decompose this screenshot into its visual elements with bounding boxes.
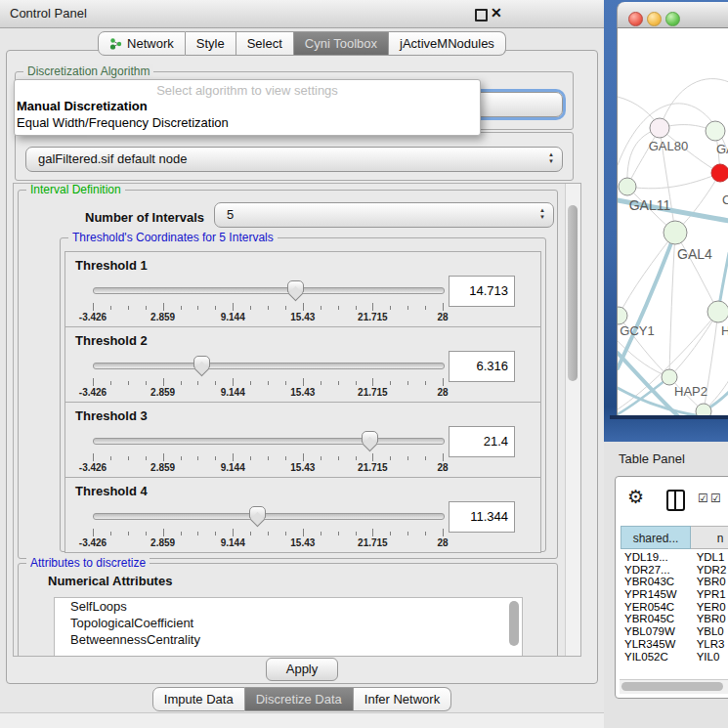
table-row[interactable]: YBR045CYBR0 <box>621 613 728 625</box>
control-panel-tab-bar: NetworkStyleSelectCyni ToolboxjActiveMNo… <box>0 31 604 56</box>
table-row[interactable]: YBL079WYBL0 <box>621 625 728 638</box>
tick-label: 21.715 <box>358 537 388 548</box>
column-header-shared[interactable]: shared... <box>621 526 691 549</box>
settings-vertical-scrollbar[interactable] <box>565 184 580 656</box>
network-node-c[interactable] <box>711 164 728 182</box>
threshold-label: Threshold 4 <box>75 484 148 498</box>
threshold-row-threshold-2: Threshold 2-3.4262.8599.14415.4321.71528… <box>64 326 541 403</box>
checkbox-icon[interactable]: ☑ <box>710 492 721 505</box>
threshold-slider[interactable]: -3.4262.8599.14415.4321.71528 <box>93 505 443 550</box>
close-icon[interactable]: ✕ <box>491 5 502 21</box>
threshold-value-field[interactable]: 21.4 <box>449 426 515 457</box>
network-window-titlebar[interactable] <box>617 2 728 28</box>
tab-network[interactable]: Network <box>98 31 186 56</box>
threshold-slider[interactable]: -3.4262.8599.14415.4321.71528 <box>93 279 443 324</box>
tick-label: 28 <box>437 462 448 473</box>
tab-cyni-toolbox[interactable]: Cyni Toolbox <box>294 31 389 56</box>
network-node-ga[interactable] <box>706 121 725 141</box>
gear-icon[interactable]: ⚙ <box>627 486 644 508</box>
tab-infer-network[interactable]: Infer Network <box>354 687 451 711</box>
tab-jactivemnodules[interactable]: jActiveMNodules <box>389 31 506 56</box>
network-node-label: GCY1 <box>620 323 654 338</box>
network-edge[interactable] <box>660 78 728 128</box>
network-node-h[interactable] <box>707 301 728 322</box>
network-edge[interactable] <box>675 233 718 312</box>
cell-shared-name: YBR045C <box>621 613 691 625</box>
network-edge-thick[interactable] <box>618 233 675 368</box>
network-node-gcy1[interactable] <box>618 307 627 324</box>
slider-handle-tip <box>250 512 266 528</box>
table-row[interactable]: YIL052CYIL0 <box>621 651 728 664</box>
threshold-value-field[interactable]: 11.344 <box>449 501 515 533</box>
algorithm-option-manual-discretization[interactable]: Manual Discretization <box>15 98 480 114</box>
slider-handle[interactable] <box>249 506 266 519</box>
tick-label: 9.144 <box>221 462 245 473</box>
attribute-item-betweennesscentrality[interactable]: BetweennessCentrality <box>55 631 522 648</box>
threshold-value-field[interactable]: 14.713 <box>449 276 515 307</box>
checkbox-icon[interactable]: ☑ <box>698 492 708 505</box>
tick-mark <box>110 532 111 535</box>
network-edge[interactable] <box>669 233 675 377</box>
close-traffic-light-icon[interactable] <box>628 12 643 26</box>
table-hscrollbar-thumb[interactable] <box>621 682 723 691</box>
network-node-gal4[interactable] <box>664 221 687 244</box>
tick-mark <box>197 306 198 310</box>
settings-scrollbar-thumb[interactable] <box>568 205 578 381</box>
tick-mark <box>356 306 357 310</box>
slider-handle[interactable] <box>287 280 304 293</box>
network-node-unnamed[interactable] <box>696 404 711 415</box>
tick-label: 9.144 <box>221 387 245 398</box>
tick-mark <box>356 381 357 385</box>
tab-style[interactable]: Style <box>186 31 236 56</box>
algorithm-option-equal-width-frequency-discretization[interactable]: Equal Width/Frequency Discretization <box>15 114 480 131</box>
cell-name: YBR0 <box>691 576 728 588</box>
table-row[interactable]: YDR27...YDR2 <box>621 564 728 577</box>
attribute-item-topologicalcoefficient[interactable]: TopologicalCoefficient <box>55 615 522 631</box>
threshold-value-field[interactable]: 6.316 <box>449 351 515 382</box>
slider-handle[interactable] <box>193 356 210 368</box>
apply-button[interactable]: Apply <box>266 658 338 681</box>
cell-shared-name: YDR27... <box>621 564 691 577</box>
slider-track[interactable] <box>93 287 445 294</box>
tab-discretize-data[interactable]: Discretize Data <box>245 687 354 711</box>
zoom-traffic-light-icon[interactable] <box>665 12 680 26</box>
network-node-label: GAL80 <box>649 139 688 153</box>
tick-mark <box>443 529 444 536</box>
slider-handle[interactable] <box>362 431 378 444</box>
attributes-scrollbar-thumb[interactable] <box>509 601 519 646</box>
tick-mark <box>215 306 216 310</box>
network-node-gal11[interactable] <box>619 178 636 195</box>
tab-select[interactable]: Select <box>236 31 294 56</box>
tick-mark <box>146 381 147 385</box>
column-header-n[interactable]: n <box>691 526 728 549</box>
attribute-item-selfloops[interactable]: SelfLoops <box>55 598 522 615</box>
tick-label: 21.715 <box>358 312 388 322</box>
table-data-combobox[interactable]: galFiltered.sif default node ▲▼ <box>25 147 563 172</box>
number-of-intervals-combobox[interactable]: 5 ▲▼ <box>214 202 554 228</box>
minimize-traffic-light-icon[interactable] <box>647 12 662 26</box>
table-header-row: shared...n <box>621 526 728 549</box>
table-row[interactable]: YBR043CYBR0 <box>621 576 728 588</box>
algorithm-popup-hint: Select algorithm to view settings <box>15 80 480 98</box>
tick-mark <box>303 303 304 311</box>
network-node-hap2[interactable] <box>662 369 677 385</box>
threshold-slider[interactable]: -3.4262.8599.14415.4321.71528 <box>93 355 443 400</box>
tab-impute-data[interactable]: Impute Data <box>152 687 245 711</box>
float-window-icon[interactable] <box>475 9 488 21</box>
column-layout-icon[interactable] <box>666 490 685 511</box>
tick-mark <box>390 381 391 385</box>
network-node-gal80[interactable] <box>650 118 669 138</box>
slider-track[interactable] <box>93 363 445 369</box>
table-horizontal-scrollbar[interactable] <box>620 679 728 694</box>
table-row[interactable]: YDL19...YDL1 <box>621 551 728 564</box>
network-view-canvas[interactable]: GAL80GACGAL11GAL4GCY1HHAP2 <box>617 28 728 415</box>
slider-track[interactable] <box>93 513 445 520</box>
slider-track[interactable] <box>93 438 445 445</box>
threshold-slider[interactable]: -3.4262.8599.14415.4321.71528 <box>93 430 443 475</box>
numerical-attributes-list[interactable]: SelfLoopsTopologicalCoefficientBetweenne… <box>54 597 523 657</box>
table-row[interactable]: YER054CYER0 <box>621 601 728 614</box>
table-row[interactable]: YPR145WYPR1 <box>621 588 728 601</box>
tab-label: Select <box>247 36 282 51</box>
network-edge[interactable] <box>627 173 720 189</box>
table-row[interactable]: YLR345WYLR3 <box>621 638 728 651</box>
